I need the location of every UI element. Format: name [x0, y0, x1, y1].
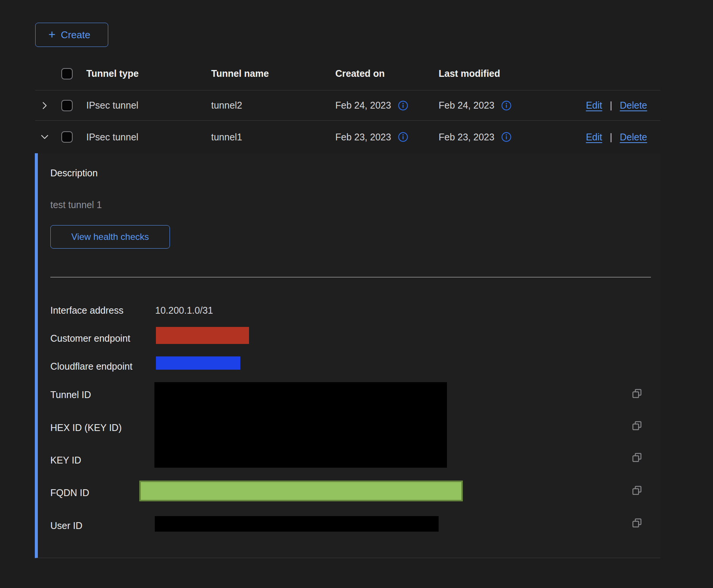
expand-chevron-right-icon[interactable] [40, 101, 49, 110]
plus-icon: + [48, 28, 56, 40]
info-icon[interactable] [501, 100, 512, 111]
table-row-tunnel2: IPsec tunnel tunnel2 Feb 24, 2023 Feb 24… [35, 90, 660, 121]
actions-separator: | [610, 100, 612, 111]
tunnel-type-cell: IPsec tunnel [80, 132, 198, 143]
cloudflare-endpoint-label: Cloudflare endpoint [50, 361, 132, 372]
delete-link[interactable]: Delete [620, 132, 647, 143]
create-button-label: Create [61, 29, 90, 41]
copy-user-id-icon[interactable] [631, 517, 643, 529]
info-icon[interactable] [398, 100, 408, 111]
actions-separator: | [610, 132, 612, 143]
view-health-checks-button[interactable]: View health checks [50, 225, 170, 249]
delete-link[interactable]: Delete [620, 100, 647, 111]
key-id-label: KEY ID [50, 454, 81, 466]
tunnel-name-cell: tunnel2 [198, 100, 322, 111]
tunnel-name-cell: tunnel1 [198, 132, 322, 143]
header-tunnel-type: Tunnel type [80, 68, 198, 79]
select-all-checkbox[interactable] [61, 68, 73, 79]
table-header-row: Tunnel type Tunnel name Created on Last … [35, 57, 660, 90]
panel-divider [50, 277, 651, 277]
user-id-redaction [155, 516, 439, 532]
copy-hex-id-icon[interactable] [631, 420, 643, 431]
info-icon[interactable] [398, 132, 408, 142]
row-checkbox[interactable] [61, 131, 73, 143]
info-icon[interactable] [501, 132, 512, 142]
table-row-tunnel1: IPsec tunnel tunnel1 Feb 23, 2023 Feb 23… [35, 121, 660, 153]
cloudflare-endpoint-redaction [156, 356, 240, 370]
row-checkbox[interactable] [61, 100, 73, 111]
tunnels-table: Tunnel type Tunnel name Created on Last … [35, 57, 660, 558]
fqdn-id-redaction [139, 481, 463, 501]
last-modified-value: Feb 24, 2023 [439, 100, 494, 111]
header-created-on: Created on [322, 68, 425, 79]
interface-address-label: Interface address [50, 305, 123, 316]
create-button[interactable]: + Create [35, 23, 108, 47]
fqdn-id-label: FQDN ID [50, 487, 89, 498]
header-last-modified: Last modified [425, 68, 543, 79]
tunnel-hex-key-id-redaction [154, 382, 447, 468]
interface-address-value: 10.200.1.0/31 [155, 305, 213, 316]
description-value: test tunnel 1 [50, 199, 102, 210]
copy-tunnel-id-icon[interactable] [631, 388, 643, 399]
copy-fqdn-id-icon[interactable] [631, 485, 643, 496]
header-tunnel-name: Tunnel name [198, 68, 322, 79]
edit-link[interactable]: Edit [586, 132, 602, 143]
copy-key-id-icon[interactable] [631, 452, 643, 463]
tunnel-type-cell: IPsec tunnel [80, 100, 198, 111]
last-modified-value: Feb 23, 2023 [439, 132, 494, 143]
tunnel-id-label: Tunnel ID [50, 389, 91, 400]
description-label: Description [50, 168, 98, 179]
customer-endpoint-redaction [156, 327, 249, 344]
customer-endpoint-label: Customer endpoint [50, 333, 130, 344]
user-id-label: User ID [50, 520, 83, 531]
created-on-value: Feb 23, 2023 [335, 132, 391, 143]
ipsec-tunnels-page: + Create Tunnel type Tunnel name Created… [0, 0, 713, 558]
tunnel1-details-panel: Description test tunnel 1 View health ch… [35, 153, 660, 558]
created-on-value: Feb 24, 2023 [335, 100, 391, 111]
hex-id-label: HEX ID (KEY ID) [50, 422, 121, 433]
collapse-chevron-down-icon[interactable] [40, 132, 49, 142]
edit-link[interactable]: Edit [586, 100, 602, 111]
